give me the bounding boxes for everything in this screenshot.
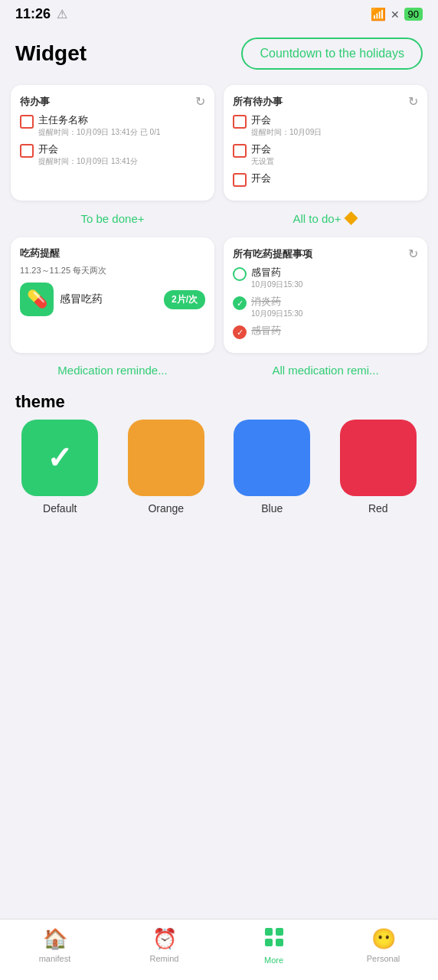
todo-all-card: 所有待办事 ↻ 开会 提醒时间：10月09日 开会 无设置 开会: [224, 85, 427, 201]
todo-all-item-1: 开会 提醒时间：10月09日: [233, 113, 418, 138]
theme-swatch-orange: [128, 420, 204, 496]
todo-sub-1: 提醒时间：10月09日 13:41分 已 0/1: [38, 127, 205, 138]
todo-all-refresh-icon[interactable]: ↻: [408, 94, 418, 109]
warning-icon: ⚠: [57, 7, 67, 21]
todo-item-1: 主任务名称 提醒时间：10月09日 13:41分 已 0/1: [20, 113, 205, 138]
med-all-item-3: ✓ 感冒药: [233, 324, 418, 339]
theme-label-red: Red: [368, 502, 388, 514]
nav-more[interactable]: More: [219, 927, 328, 965]
signal-x-icon: ✕: [391, 8, 400, 21]
med-small-header: 吃药提醒: [20, 247, 205, 260]
widget-grid-row1: 待办事 ↻ 主任务名称 提醒时间：10月09日 13:41分 已 0/1 开会 …: [0, 79, 438, 207]
svg-rect-0: [265, 928, 273, 936]
nav-label-remind: Remind: [150, 954, 179, 963]
todo-all-item-2: 开会 无设置: [233, 142, 418, 167]
theme-section-title: theme: [0, 383, 438, 420]
countdown-button[interactable]: Countdown to the holidays: [241, 38, 423, 70]
todo-all-header: 所有待办事 ↻: [233, 94, 418, 109]
todo-all-name-1: 开会: [251, 113, 418, 127]
med-item-name-1: 感冒药: [251, 266, 302, 279]
bottom-nav: 🏠 manifest ⏰ Remind More 😶 Personal: [0, 919, 438, 980]
nav-remind[interactable]: ⏰ Remind: [110, 927, 219, 965]
med-all-label[interactable]: All medication remi...: [224, 364, 427, 377]
med-period: 11.23～11.25 每天两次: [20, 265, 205, 276]
todo-all-checkbox-2[interactable]: [233, 144, 247, 158]
todo-all-title: 所有待办事: [233, 95, 283, 109]
theme-swatch-red: [340, 420, 417, 496]
todo-item-2: 开会 提醒时间：10月09日 13:41分: [20, 142, 205, 167]
status-bar: 11:26 ⚠ 📶 ✕ 90: [0, 0, 438, 25]
med-icon-box: 💊: [20, 283, 54, 316]
med-item-row: 💊 感冒吃药 2片/次: [20, 283, 205, 316]
med-small-title: 吃药提醒: [20, 247, 60, 260]
nav-label-more: More: [264, 956, 283, 965]
nav-label-personal: Personal: [367, 954, 400, 963]
todo-small-title: 待办事: [20, 95, 50, 109]
theme-label-orange: Orange: [148, 502, 184, 514]
theme-grid: ✓ Default Orange Blue Red: [0, 420, 438, 530]
med-all-item-1: 感冒药 10月09日15:30: [233, 266, 418, 290]
med-name: 感冒吃药: [60, 292, 158, 306]
todo-all-label[interactable]: All to do+: [224, 211, 427, 225]
med-small-card: 吃药提醒 11.23～11.25 每天两次 💊 感冒吃药 2片/次: [11, 237, 214, 353]
todo-small-card: 待办事 ↻ 主任务名称 提醒时间：10月09日 13:41分 已 0/1 开会 …: [11, 85, 214, 201]
more-icon: [264, 927, 284, 952]
theme-red[interactable]: Red: [329, 420, 428, 514]
todo-all-name-3: 开会: [251, 172, 418, 185]
todo-all-item-3: 开会: [233, 172, 418, 187]
svg-rect-1: [276, 928, 283, 936]
med-all-item-2: ✓ 消炎药 10月09日15:30: [233, 295, 418, 319]
med-small-label[interactable]: Medication reminde...: [11, 364, 214, 377]
page-title: Widget: [15, 41, 87, 66]
theme-label-default: Default: [43, 502, 77, 514]
todo-sub-2: 提醒时间：10月09日 13:41分: [38, 156, 205, 167]
nav-manifest[interactable]: 🏠 manifest: [0, 927, 110, 965]
med-item-name-3: 感冒药: [251, 324, 281, 338]
med-item-name-2: 消炎药: [251, 295, 302, 309]
todo-name-2: 开会: [38, 142, 205, 156]
svg-rect-2: [265, 939, 273, 946]
nav-label-manifest: manifest: [39, 954, 71, 963]
check-icon-default: ✓: [47, 440, 73, 475]
todo-small-label[interactable]: To be done+: [11, 211, 214, 225]
med-item-time-1: 10月09日15:30: [251, 279, 302, 290]
todo-checkbox-1[interactable]: [20, 115, 34, 129]
todo-small-header: 待办事 ↻: [20, 94, 205, 109]
todo-all-checkbox-3[interactable]: [233, 173, 247, 187]
todo-small-refresh-icon[interactable]: ↻: [195, 94, 205, 109]
med-item-time-2: 10月09日15:30: [251, 309, 302, 319]
med-radio-2[interactable]: ✓: [233, 296, 247, 310]
battery-icon: 90: [404, 8, 423, 21]
status-time: 11:26: [15, 6, 51, 22]
widget-label-row1: To be done+ All to do+: [0, 207, 438, 231]
widget-grid-row2: 吃药提醒 11.23～11.25 每天两次 💊 感冒吃药 2片/次 所有吃药提醒…: [0, 231, 438, 359]
todo-all-sub-1: 提醒时间：10月09日: [251, 127, 418, 138]
med-all-header: 所有吃药提醒事项 ↻: [233, 247, 418, 261]
todo-all-checkbox-1[interactable]: [233, 115, 247, 129]
med-radio-3[interactable]: ✓: [233, 325, 247, 339]
med-all-title: 所有吃药提醒事项: [233, 247, 312, 261]
svg-rect-3: [276, 939, 283, 946]
med-dose-badge: 2片/次: [164, 290, 205, 309]
manifest-icon: 🏠: [43, 927, 67, 951]
theme-label-blue: Blue: [261, 502, 283, 514]
todo-all-sub-2: 无设置: [251, 156, 418, 167]
nav-personal[interactable]: 😶 Personal: [328, 927, 438, 965]
theme-swatch-default: ✓: [21, 420, 98, 496]
med-all-refresh-icon[interactable]: ↻: [408, 247, 418, 261]
remind-icon: ⏰: [152, 927, 177, 951]
page-header: Widget Countdown to the holidays: [0, 25, 438, 79]
todo-name-1: 主任务名称: [38, 113, 205, 127]
pill-icon: 💊: [27, 289, 47, 309]
todo-checkbox-2[interactable]: [20, 144, 34, 158]
theme-swatch-blue: [234, 420, 310, 496]
todo-all-name-2: 开会: [251, 142, 418, 156]
theme-default[interactable]: ✓ Default: [11, 420, 110, 514]
diamond-icon: [344, 211, 358, 225]
med-all-card: 所有吃药提醒事项 ↻ 感冒药 10月09日15:30 ✓ 消炎药 10月09日1…: [224, 237, 427, 353]
wifi-icon: 📶: [371, 7, 386, 21]
theme-orange[interactable]: Orange: [117, 420, 216, 514]
med-radio-1[interactable]: [233, 267, 247, 281]
widget-label-row2: Medication reminde... All medication rem…: [0, 359, 438, 383]
theme-blue[interactable]: Blue: [223, 420, 322, 514]
